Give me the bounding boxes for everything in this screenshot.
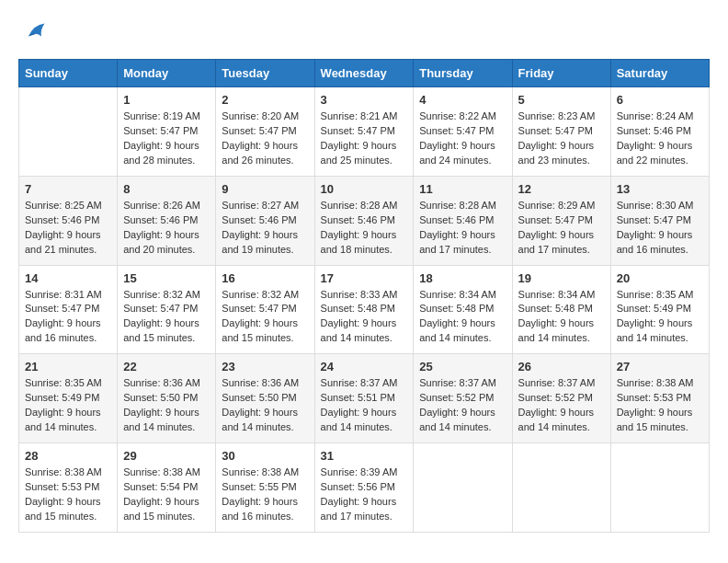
day-number: 1 (123, 93, 210, 107)
day-number: 31 (321, 449, 408, 463)
day-info: Sunrise: 8:26 AMSunset: 5:46 PMDaylight:… (123, 199, 210, 258)
weekday-header: Saturday (610, 60, 709, 87)
calendar-day-cell: 25 Sunrise: 8:37 AMSunset: 5:52 PMDaylig… (414, 354, 512, 443)
day-info: Sunrise: 8:25 AMSunset: 5:46 PMDaylight:… (25, 199, 111, 258)
day-info: Sunrise: 8:30 AMSunset: 5:47 PMDaylight:… (617, 199, 703, 258)
calendar-day-cell: 12 Sunrise: 8:29 AMSunset: 5:47 PMDaylig… (512, 176, 610, 265)
day-number: 21 (25, 360, 111, 373)
calendar-week-row: 7 Sunrise: 8:25 AMSunset: 5:46 PMDayligh… (19, 176, 710, 265)
calendar-day-cell: 8 Sunrise: 8:26 AMSunset: 5:46 PMDayligh… (118, 176, 216, 265)
day-info: Sunrise: 8:36 AMSunset: 5:50 PMDaylight:… (222, 376, 308, 435)
calendar-day-cell: 11 Sunrise: 8:28 AMSunset: 5:46 PMDaylig… (414, 176, 512, 265)
day-number: 10 (321, 182, 408, 196)
calendar-day-cell: 23 Sunrise: 8:36 AMSunset: 5:50 PMDaylig… (216, 354, 314, 443)
calendar-day-cell: 14 Sunrise: 8:31 AMSunset: 5:47 PMDaylig… (19, 265, 118, 354)
day-info: Sunrise: 8:32 AMSunset: 5:47 PMDaylight:… (123, 288, 210, 347)
weekday-header: Monday (118, 60, 216, 87)
day-info: Sunrise: 8:20 AMSunset: 5:47 PMDaylight:… (222, 109, 308, 168)
day-number: 9 (222, 182, 308, 196)
day-number: 19 (518, 271, 605, 285)
weekday-header: Wednesday (314, 60, 414, 87)
day-number: 14 (25, 271, 111, 285)
calendar-day-cell: 22 Sunrise: 8:36 AMSunset: 5:50 PMDaylig… (118, 354, 216, 443)
calendar-day-cell: 27 Sunrise: 8:38 AMSunset: 5:53 PMDaylig… (610, 354, 709, 443)
day-number: 27 (617, 360, 703, 373)
day-number: 29 (123, 449, 210, 463)
day-info: Sunrise: 8:28 AMSunset: 5:46 PMDaylight:… (321, 199, 408, 258)
calendar-day-cell: 5 Sunrise: 8:23 AMSunset: 5:47 PMDayligh… (512, 87, 610, 177)
calendar-day-cell: 10 Sunrise: 8:28 AMSunset: 5:46 PMDaylig… (314, 176, 414, 265)
calendar-day-cell (610, 443, 709, 533)
weekday-header: Friday (512, 60, 610, 87)
day-info: Sunrise: 8:32 AMSunset: 5:47 PMDaylight:… (222, 288, 308, 347)
day-number: 20 (617, 271, 703, 285)
calendar-day-cell: 21 Sunrise: 8:35 AMSunset: 5:49 PMDaylig… (19, 354, 118, 443)
calendar-day-cell: 3 Sunrise: 8:21 AMSunset: 5:47 PMDayligh… (314, 87, 414, 177)
day-number: 8 (123, 182, 210, 196)
day-number: 26 (518, 360, 605, 373)
calendar-week-row: 28 Sunrise: 8:38 AMSunset: 5:53 PMDaylig… (19, 443, 710, 533)
day-info: Sunrise: 8:38 AMSunset: 5:53 PMDaylight:… (617, 376, 703, 435)
day-number: 28 (25, 449, 111, 463)
calendar-day-cell (414, 443, 512, 533)
calendar-week-row: 1 Sunrise: 8:19 AMSunset: 5:47 PMDayligh… (19, 87, 710, 177)
calendar-table: SundayMondayTuesdayWednesdayThursdayFrid… (18, 59, 710, 533)
calendar-day-cell: 26 Sunrise: 8:37 AMSunset: 5:52 PMDaylig… (512, 354, 610, 443)
calendar-day-cell: 1 Sunrise: 8:19 AMSunset: 5:47 PMDayligh… (118, 87, 216, 177)
day-number: 25 (419, 360, 506, 373)
weekday-header: Sunday (19, 60, 118, 87)
day-number: 24 (321, 360, 408, 373)
day-number: 4 (419, 93, 506, 107)
calendar-day-cell: 24 Sunrise: 8:37 AMSunset: 5:51 PMDaylig… (314, 354, 414, 443)
day-info: Sunrise: 8:19 AMSunset: 5:47 PMDaylight:… (123, 109, 210, 168)
day-info: Sunrise: 8:35 AMSunset: 5:49 PMDaylight:… (617, 288, 703, 347)
day-info: Sunrise: 8:22 AMSunset: 5:47 PMDaylight:… (419, 109, 506, 168)
day-info: Sunrise: 8:27 AMSunset: 5:46 PMDaylight:… (222, 199, 308, 258)
day-info: Sunrise: 8:31 AMSunset: 5:47 PMDaylight:… (25, 288, 111, 347)
day-info: Sunrise: 8:37 AMSunset: 5:52 PMDaylight:… (419, 376, 506, 435)
day-number: 30 (222, 449, 308, 463)
day-info: Sunrise: 8:28 AMSunset: 5:46 PMDaylight:… (419, 199, 506, 258)
logo-bird-icon (22, 18, 48, 44)
calendar-day-cell: 2 Sunrise: 8:20 AMSunset: 5:47 PMDayligh… (216, 87, 314, 177)
day-info: Sunrise: 8:34 AMSunset: 5:48 PMDaylight:… (419, 288, 506, 347)
calendar-week-row: 21 Sunrise: 8:35 AMSunset: 5:49 PMDaylig… (19, 354, 710, 443)
logo (18, 18, 48, 44)
calendar-header-row: SundayMondayTuesdayWednesdayThursdayFrid… (19, 60, 710, 87)
calendar-day-cell: 31 Sunrise: 8:39 AMSunset: 5:56 PMDaylig… (314, 443, 414, 533)
day-info: Sunrise: 8:24 AMSunset: 5:46 PMDaylight:… (617, 109, 703, 168)
day-number: 16 (222, 271, 308, 285)
calendar-day-cell: 16 Sunrise: 8:32 AMSunset: 5:47 PMDaylig… (216, 265, 314, 354)
day-info: Sunrise: 8:38 AMSunset: 5:54 PMDaylight:… (123, 465, 210, 524)
calendar-day-cell: 29 Sunrise: 8:38 AMSunset: 5:54 PMDaylig… (118, 443, 216, 533)
calendar-day-cell: 13 Sunrise: 8:30 AMSunset: 5:47 PMDaylig… (610, 176, 709, 265)
day-number: 23 (222, 360, 308, 373)
day-number: 7 (25, 182, 111, 196)
calendar-day-cell: 9 Sunrise: 8:27 AMSunset: 5:46 PMDayligh… (216, 176, 314, 265)
day-number: 17 (321, 271, 408, 285)
calendar-day-cell (19, 87, 118, 177)
day-number: 13 (617, 182, 703, 196)
calendar-day-cell: 6 Sunrise: 8:24 AMSunset: 5:46 PMDayligh… (610, 87, 709, 177)
day-info: Sunrise: 8:38 AMSunset: 5:55 PMDaylight:… (222, 465, 308, 524)
day-info: Sunrise: 8:36 AMSunset: 5:50 PMDaylight:… (123, 376, 210, 435)
day-number: 15 (123, 271, 210, 285)
weekday-header: Tuesday (216, 60, 314, 87)
calendar-week-row: 14 Sunrise: 8:31 AMSunset: 5:47 PMDaylig… (19, 265, 710, 354)
calendar-day-cell: 30 Sunrise: 8:38 AMSunset: 5:55 PMDaylig… (216, 443, 314, 533)
day-info: Sunrise: 8:37 AMSunset: 5:52 PMDaylight:… (518, 376, 605, 435)
calendar-day-cell (512, 443, 610, 533)
calendar-day-cell: 19 Sunrise: 8:34 AMSunset: 5:48 PMDaylig… (512, 265, 610, 354)
day-info: Sunrise: 8:29 AMSunset: 5:47 PMDaylight:… (518, 199, 605, 258)
day-info: Sunrise: 8:38 AMSunset: 5:53 PMDaylight:… (25, 465, 111, 524)
day-info: Sunrise: 8:37 AMSunset: 5:51 PMDaylight:… (321, 376, 408, 435)
day-number: 11 (419, 182, 506, 196)
calendar-day-cell: 18 Sunrise: 8:34 AMSunset: 5:48 PMDaylig… (414, 265, 512, 354)
day-number: 2 (222, 93, 308, 107)
day-number: 18 (419, 271, 506, 285)
weekday-header: Thursday (414, 60, 512, 87)
calendar-day-cell: 15 Sunrise: 8:32 AMSunset: 5:47 PMDaylig… (118, 265, 216, 354)
calendar-day-cell: 7 Sunrise: 8:25 AMSunset: 5:46 PMDayligh… (19, 176, 118, 265)
calendar-day-cell: 4 Sunrise: 8:22 AMSunset: 5:47 PMDayligh… (414, 87, 512, 177)
day-info: Sunrise: 8:33 AMSunset: 5:48 PMDaylight:… (321, 288, 408, 347)
